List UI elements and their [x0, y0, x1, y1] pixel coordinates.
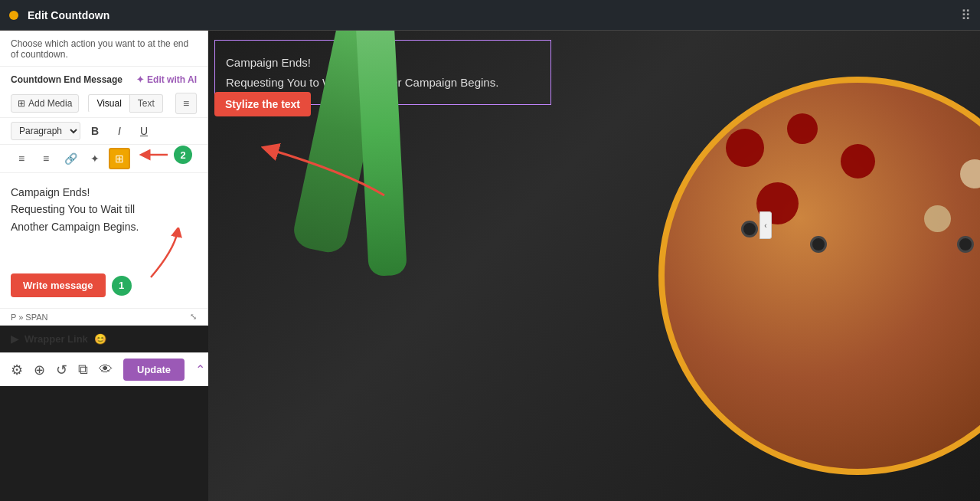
pizza-topping-1	[726, 129, 764, 167]
resize-handle-icon[interactable]: ⤡	[190, 312, 197, 322]
section-label: Countdown End Message	[11, 74, 122, 85]
chevron-right-icon: ▶	[11, 333, 18, 345]
layers-icon[interactable]: ⊕	[34, 362, 45, 378]
sidebar-wrapper: Choose which action you want to at the e…	[0, 31, 208, 501]
tab-text[interactable]: Text	[130, 94, 163, 113]
status-bar: P » SPAN ⤡	[0, 308, 207, 325]
table-button[interactable]: ⊞	[109, 148, 130, 169]
wrapper-emoji: 😊	[94, 333, 106, 345]
page-title: Edit Countdown	[28, 9, 961, 21]
eye-icon[interactable]: 👁	[99, 362, 113, 378]
top-bar: Edit Countdown ⠿	[0, 0, 980, 31]
annotation-2: 2	[139, 143, 192, 166]
stylize-arrow	[254, 142, 392, 203]
tab-visual[interactable]: Visual	[88, 94, 129, 113]
wrapper-link-section[interactable]: ▶ Wrapper Link 😊	[0, 325, 208, 352]
badge-1: 1	[112, 276, 132, 296]
write-message-button[interactable]: Write message	[11, 273, 106, 297]
history-icon[interactable]: ↺	[56, 362, 67, 378]
editor-line2: Requesting You to Wait till	[11, 201, 197, 218]
ai-sparkle-icon: ✦	[136, 74, 144, 85]
chevron-up-button[interactable]: ⌃	[195, 362, 205, 377]
dismiss-button[interactable]: ✦	[84, 148, 106, 169]
copy-icon[interactable]: ⧉	[78, 362, 88, 378]
arrow-icon-2	[139, 143, 169, 166]
olive-3	[957, 236, 974, 253]
add-media-button[interactable]: ⊞ Add Media	[11, 94, 79, 113]
underline-button[interactable]: U	[134, 121, 154, 141]
pizza-topping-2	[787, 113, 818, 144]
paragraph-select[interactable]: Paragraph	[11, 122, 80, 140]
editor-line1: Campaign Ends!	[11, 184, 197, 201]
sidebar: Choose which action you want to at the e…	[0, 31, 208, 325]
align-right-button[interactable]: ≡	[35, 148, 57, 169]
badge-2: 2	[174, 146, 192, 164]
status-text: P » SPAN	[11, 313, 48, 322]
arrow-icon-1	[143, 228, 189, 281]
align-left-button[interactable]: ≡	[11, 148, 32, 169]
write-message-area: Write message 1	[11, 273, 197, 297]
editor-area[interactable]: Campaign Ends! Requesting You to Wait ti…	[0, 173, 207, 308]
settings-icon[interactable]: ⚙	[11, 362, 23, 378]
edit-ai-label: Edit with AI	[147, 74, 197, 85]
media-icon: ⊞	[18, 98, 25, 109]
mushroom-2	[924, 205, 951, 232]
main-layout: Choose which action you want to at the e…	[0, 31, 980, 501]
update-button[interactable]: Update	[123, 359, 185, 381]
window-dot	[9, 11, 18, 20]
format-row: Paragraph B I U	[0, 118, 207, 145]
format-row2: ≡ ≡ 🔗 ✦ ⊞ 2	[0, 145, 207, 173]
olive-1	[741, 221, 758, 237]
italic-button[interactable]: I	[109, 121, 129, 141]
sidebar-collapse-button[interactable]: ‹	[760, 211, 772, 239]
preview-area: Campaign Ends! Requesting You to Wait ti…	[208, 31, 980, 501]
sidebar-description: Choose which action you want to at the e…	[0, 31, 207, 67]
view-tabs: Visual Text	[88, 94, 162, 113]
bottom-toolbar: ⚙ ⊕ ↺ ⧉ 👁 Update ⌃	[0, 352, 208, 386]
list-view-button[interactable]: ≡	[175, 93, 197, 114]
edit-with-ai-button[interactable]: ✦ Edit with AI	[136, 74, 197, 85]
link-button[interactable]: 🔗	[60, 148, 81, 169]
stylize-text-tooltip[interactable]: Stylize the text	[214, 92, 311, 116]
pizza-topping-3	[841, 144, 875, 178]
olive-2	[810, 236, 827, 253]
section-header: Countdown End Message ✦ Edit with AI	[0, 67, 207, 90]
grid-icon[interactable]: ⠿	[961, 7, 971, 24]
mushroom-1	[960, 159, 980, 188]
toolbar-row: ⊞ Add Media Visual Text ≡	[0, 90, 207, 118]
wrapper-link-label: Wrapper Link	[24, 333, 88, 345]
bold-button[interactable]: B	[85, 121, 105, 141]
